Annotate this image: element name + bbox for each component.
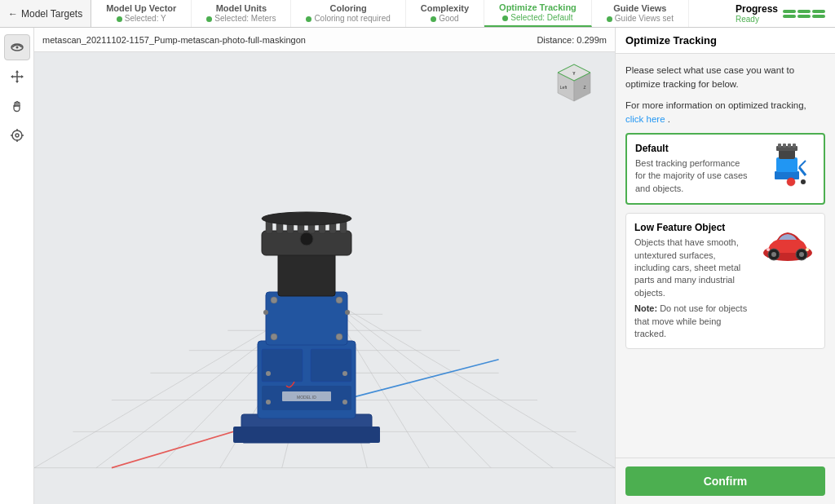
back-arrow-icon: ← [8,8,18,20]
distance-display: Distance: 0.299m [537,35,607,45]
pan-tool[interactable] [4,64,30,90]
orbit-tool[interactable] [4,34,30,60]
svg-point-42 [336,297,342,303]
right-panel: Optimize Tracking Please select what use… [615,28,835,504]
progress-sublabel: Ready [736,15,778,24]
svg-point-44 [336,334,342,340]
panel-footer: Confirm [616,458,835,504]
svg-text:Z: Z [583,85,585,90]
svg-rect-77 [783,144,786,148]
svg-line-82 [799,167,806,175]
svg-text:Left: Left [560,85,568,90]
panel-info-text: For more information on optimized tracki… [625,99,825,127]
tracking-option-low-feature[interactable]: Low Feature Object Objects that have smo… [625,213,825,349]
svg-point-62 [342,400,347,405]
confirm-button[interactable]: Confirm [625,466,825,496]
svg-point-9 [15,134,19,137]
option-low-title: Low Feature Object [634,222,753,233]
svg-rect-79 [793,144,796,148]
svg-text:MODEL ID: MODEL ID [297,395,316,400]
left-toolbar [0,28,34,504]
svg-point-61 [266,400,271,405]
svg-point-88 [799,252,804,257]
svg-point-41 [271,297,277,303]
panel-content: Please select what use case you want to … [616,54,835,458]
panel-title: Optimize Tracking [616,28,835,54]
svg-point-89 [806,248,809,251]
option-low-desc: Objects that have smooth, untextured sur… [634,237,753,299]
viewport-header: metascan_20211102-1157_Pump-metascan-pho… [34,28,615,52]
svg-rect-73 [776,157,797,172]
svg-point-90 [767,248,770,251]
tracking-option-default[interactable]: Default Best tracking performance for th… [625,133,825,205]
nav-step-guide-views[interactable]: Guide Views Guide Views set [592,0,689,27]
nav-step-complexity[interactable]: Complexity Good [406,0,484,27]
main-area: metascan_20211102-1157_Pump-metascan-pho… [0,28,835,504]
progress-section: Progress Ready [726,0,835,27]
svg-rect-38 [311,349,351,382]
progress-bars [783,10,825,18]
svg-point-60 [342,371,347,376]
option-default-image [758,143,815,188]
svg-marker-5 [15,81,19,83]
top-nav: ← Model Targets Model Up Vector Selected… [0,0,835,28]
svg-rect-45 [278,251,335,296]
target-tool[interactable] [4,122,30,148]
option-default-title: Default [635,143,752,154]
svg-marker-7 [21,75,24,78]
svg-rect-37 [262,349,303,382]
svg-point-57 [263,310,268,315]
panel-intro-text: Please select what use case you want to … [625,64,825,92]
svg-point-81 [801,179,806,184]
back-button[interactable]: ← Model Targets [0,0,91,27]
click-here-link[interactable]: click here [625,114,665,124]
model-filename: metascan_20211102-1157_Pump-metascan-pho… [42,35,306,45]
svg-rect-72 [775,171,799,179]
nav-steps: Model Up Vector Selected: Y Model Units … [91,0,726,27]
svg-point-1 [15,46,18,49]
option-low-image [759,222,816,267]
nav-step-model-units[interactable]: Model Units Selected: Meters [192,0,291,27]
svg-rect-40 [266,292,347,345]
nav-step-coloring[interactable]: Coloring Coloring not required [291,0,405,27]
svg-point-86 [771,252,776,257]
svg-point-55 [262,212,351,225]
svg-rect-76 [778,144,781,148]
svg-marker-6 [11,75,13,78]
svg-rect-78 [788,144,791,148]
hand-tool[interactable] [4,93,30,119]
nav-step-model-up-vector[interactable]: Model Up Vector Selected: Y [91,0,192,27]
option-low-note: Note: Do not use for objects that move w… [634,303,753,340]
svg-point-59 [266,371,271,376]
svg-point-43 [271,334,277,340]
option-default-desc: Best tracking performance for the majori… [635,157,752,195]
svg-point-80 [787,178,795,186]
3d-viewport[interactable]: metascan_20211102-1157_Pump-metascan-pho… [34,28,615,504]
progress-label: Progress [736,3,778,15]
svg-point-56 [300,232,313,245]
svg-line-83 [799,161,806,167]
svg-marker-4 [15,70,19,73]
svg-point-58 [345,310,350,315]
back-label: Model Targets [21,8,82,20]
orientation-cube: Y Left Z [550,60,599,109]
svg-rect-35 [233,427,380,443]
svg-point-8 [12,130,22,140]
3d-model: MODEL ID [217,178,396,455]
nav-step-optimize-tracking[interactable]: Optimize Tracking Selected: Default [484,0,592,27]
